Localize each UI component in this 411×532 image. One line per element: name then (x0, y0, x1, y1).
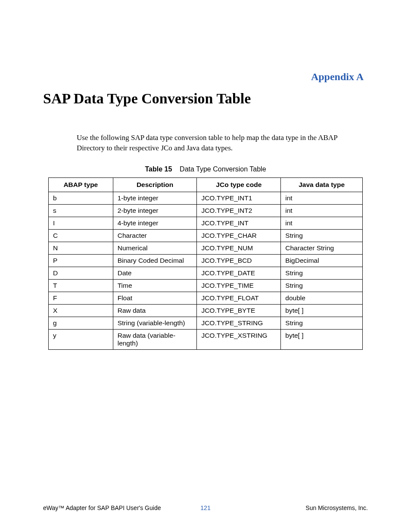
table-cell-java: String (281, 267, 363, 279)
table-cell-jco: JCO.TYPE_TIME (197, 279, 281, 292)
table-cell-abap: b (49, 192, 113, 204)
table-cell-abap: F (49, 292, 113, 304)
table-cell-desc: String (variable-length) (113, 317, 197, 329)
intro-paragraph: Use the following SAP data type conversi… (77, 133, 359, 153)
table-cell-jco: JCO.TYPE_BCD (197, 254, 281, 267)
table-cell-java: String (281, 317, 363, 329)
footer-page-number: 121 (195, 504, 216, 511)
table-header-row: ABAP type Description JCo type code Java… (49, 177, 363, 192)
table-cell-java: double (281, 292, 363, 304)
chapter-title: SAP Data Type Conversion Table (43, 90, 368, 107)
table-cell-jco: JCO.TYPE_INT1 (197, 192, 281, 204)
footer-right: Sun Microsystems, Inc. (216, 504, 368, 511)
table-row: TTimeJCO.TYPE_TIMEString (49, 279, 363, 292)
table-cell-desc: 1-byte integer (113, 192, 197, 204)
table-cell-desc: 2-byte integer (113, 204, 197, 217)
table-row: I4-byte integerJCO.TYPE_INTint (49, 217, 363, 229)
table-row: FFloatJCO.TYPE_FLOATdouble (49, 292, 363, 304)
table-row: XRaw dataJCO.TYPE_BYTEbyte[ ] (49, 304, 363, 317)
table-cell-abap: N (49, 242, 113, 254)
table-row: gString (variable-length)JCO.TYPE_STRING… (49, 317, 363, 329)
page-footer: eWay™ Adapter for SAP BAPI User's Guide … (43, 504, 368, 511)
table-cell-java: BigDecimal (281, 254, 363, 267)
table-cell-desc: Numerical (113, 242, 197, 254)
table-cell-abap: P (49, 254, 113, 267)
table-cell-java: String (281, 229, 363, 242)
table-caption-label: Table 15 (145, 165, 172, 173)
table-cell-abap: C (49, 229, 113, 242)
table-cell-abap: X (49, 304, 113, 317)
footer-left: eWay™ Adapter for SAP BAPI User's Guide (43, 504, 195, 511)
table-cell-java: byte[ ] (281, 304, 363, 317)
table-row: b1-byte integerJCO.TYPE_INT1int (49, 192, 363, 204)
table-row: yRaw data (variable-length)JCO.TYPE_XSTR… (49, 329, 363, 349)
table-cell-desc: Date (113, 267, 197, 279)
table-cell-desc: Raw data (variable-length) (113, 329, 197, 349)
header-description: Description (113, 177, 197, 192)
table-cell-desc: Float (113, 292, 197, 304)
table-cell-abap: s (49, 204, 113, 217)
table-cell-abap: y (49, 329, 113, 349)
appendix-label: Appendix A (43, 71, 364, 83)
table-row: CCharacterJCO.TYPE_CHARString (49, 229, 363, 242)
table-caption-text: Data Type Conversion Table (180, 165, 266, 173)
conversion-table: ABAP type Description JCo type code Java… (48, 177, 363, 350)
table-cell-jco: JCO.TYPE_DATE (197, 267, 281, 279)
table-cell-jco: JCO.TYPE_CHAR (197, 229, 281, 242)
table-row: s2-byte integerJCO.TYPE_INT2int (49, 204, 363, 217)
table-cell-jco: JCO.TYPE_BYTE (197, 304, 281, 317)
table-cell-desc: Raw data (113, 304, 197, 317)
table-cell-abap: I (49, 217, 113, 229)
table-cell-jco: JCO.TYPE_INT2 (197, 204, 281, 217)
table-row: PBinary Coded DecimalJCO.TYPE_BCDBigDeci… (49, 254, 363, 267)
table-cell-java: int (281, 204, 363, 217)
table-cell-desc: 4-byte integer (113, 217, 197, 229)
table-cell-jco: JCO.TYPE_FLOAT (197, 292, 281, 304)
table-cell-desc: Character (113, 229, 197, 242)
table-cell-java: byte[ ] (281, 329, 363, 349)
table-cell-java: int (281, 192, 363, 204)
table-row: DDateJCO.TYPE_DATEString (49, 267, 363, 279)
header-jco: JCo type code (197, 177, 281, 192)
table-cell-jco: JCO.TYPE_STRING (197, 317, 281, 329)
table-cell-desc: Binary Coded Decimal (113, 254, 197, 267)
table-cell-abap: D (49, 267, 113, 279)
table-cell-abap: g (49, 317, 113, 329)
table-cell-java: Character String (281, 242, 363, 254)
header-abap: ABAP type (49, 177, 113, 192)
table-cell-jco: JCO.TYPE_NUM (197, 242, 281, 254)
table-cell-java: String (281, 279, 363, 292)
header-java: Java data type (281, 177, 363, 192)
table-row: NNumericalJCO.TYPE_NUMCharacter String (49, 242, 363, 254)
table-caption: Table 15 Data Type Conversion Table (43, 165, 368, 173)
table-cell-desc: Time (113, 279, 197, 292)
table-cell-jco: JCO.TYPE_XSTRING (197, 329, 281, 349)
table-cell-jco: JCO.TYPE_INT (197, 217, 281, 229)
table-cell-java: int (281, 217, 363, 229)
table-cell-abap: T (49, 279, 113, 292)
